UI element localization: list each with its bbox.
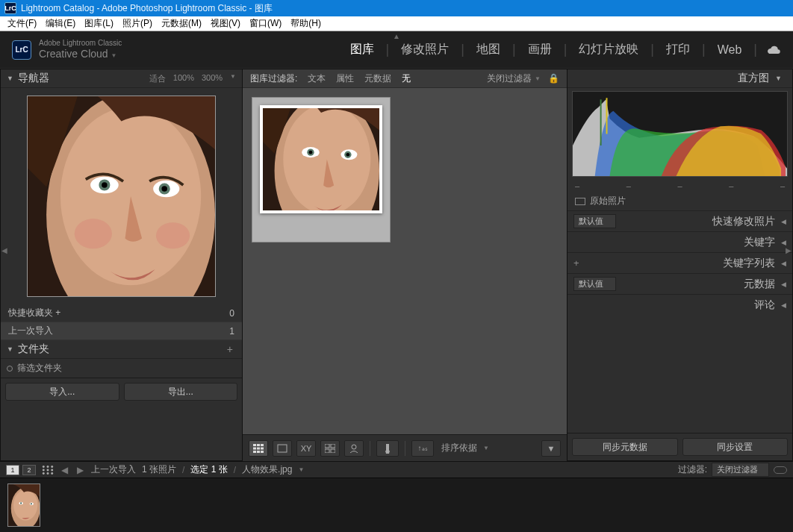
painter-tool-button[interactable]	[376, 440, 399, 457]
library-filter-bar: 图库过滤器: 文本 属性 元数据 无 关闭过滤器 ▼ 🔒	[243, 69, 567, 88]
filter-none[interactable]: 无	[402, 72, 411, 85]
nav-forward-icon[interactable]: ▶	[75, 465, 85, 475]
menu-file[interactable]: 文件(F)	[3, 16, 41, 31]
svg-point-42	[43, 472, 45, 475]
filter-metadata[interactable]: 元数据	[364, 72, 391, 85]
svg-point-37	[47, 465, 49, 467]
compare-view-button[interactable]: XY	[296, 440, 316, 457]
toolbar-menu-icon[interactable]: ▼	[541, 440, 561, 457]
survey-view-button[interactable]	[320, 440, 340, 457]
quick-collection-row[interactable]: 快捷收藏夹 + 0	[1, 304, 242, 322]
grid-view-button[interactable]	[249, 440, 268, 457]
grid-view[interactable]	[243, 88, 567, 434]
navigator-header[interactable]: ▼ 导航器 适合 100% 300% ▼	[1, 69, 242, 88]
photo-thumbnail[interactable]	[252, 97, 391, 242]
module-print[interactable]: 打印	[656, 42, 700, 57]
zoom-more-icon[interactable]: ▼	[230, 73, 236, 84]
zoom-100[interactable]: 100%	[173, 73, 194, 84]
keyword-list-header[interactable]: + 关键字列表 ◀	[567, 252, 792, 273]
menu-bar: 文件(F) 编辑(E) 图库(L) 照片(P) 元数据(M) 视图(V) 窗口(…	[0, 16, 793, 31]
fs-filter-dropdown[interactable]: 关闭过滤器	[712, 463, 769, 477]
filmstrip-thumbnail[interactable]	[7, 484, 40, 527]
navigator-preview[interactable]	[1, 88, 242, 304]
jump-grid-icon[interactable]	[42, 465, 54, 475]
folders-title: 文件夹	[18, 342, 49, 356]
collapse-right-icon[interactable]: ▶	[786, 246, 792, 254]
menu-metadata[interactable]: 元数据(M)	[157, 16, 206, 31]
chevron-down-icon[interactable]: ▼	[535, 75, 541, 82]
menu-help[interactable]: 帮助(H)	[286, 16, 326, 31]
add-keyword-icon[interactable]: +	[573, 257, 579, 269]
svg-rect-24	[257, 447, 260, 449]
center-area: 图库过滤器: 文本 属性 元数据 无 关闭过滤器 ▼ 🔒	[243, 69, 567, 461]
chevron-down-icon[interactable]: ▼	[483, 445, 489, 451]
menu-photo[interactable]: 照片(P)	[118, 16, 157, 31]
lock-icon[interactable]: 🔒	[548, 73, 559, 84]
people-view-button[interactable]	[344, 440, 364, 457]
svg-point-43	[47, 472, 49, 475]
histogram[interactable]	[572, 91, 788, 177]
collapse-top-icon[interactable]: ▲	[393, 32, 400, 40]
chevron-down-icon: ▼	[7, 345, 13, 353]
collapse-left-icon[interactable]: ◀	[1, 246, 7, 254]
svg-rect-30	[325, 444, 329, 448]
close-filter-button[interactable]: 关闭过滤器	[487, 72, 532, 85]
svg-rect-22	[261, 444, 264, 446]
folder-filter-row[interactable]: 筛选文件夹	[1, 359, 242, 378]
chevron-down-icon: ▼	[7, 75, 13, 82]
chevron-down-icon[interactable]: ▼	[298, 466, 304, 473]
preset-dropdown[interactable]: 默认值	[573, 214, 616, 228]
filter-text[interactable]: 文本	[308, 72, 326, 85]
module-book[interactable]: 画册	[517, 42, 562, 57]
loupe-view-button[interactable]	[273, 440, 292, 457]
histogram-title: 直方图	[738, 72, 769, 85]
filter-attribute[interactable]: 属性	[336, 72, 354, 85]
menu-view[interactable]: 视图(V)	[206, 16, 245, 31]
chevron-left-icon: ◀	[781, 301, 786, 309]
module-map[interactable]: 地图	[466, 42, 511, 57]
brand-line2: Creative Cloud▼	[39, 48, 122, 60]
sync-settings-button[interactable]: 同步设置	[682, 438, 789, 456]
filmstrip-info-bar: 1 2 ◀ ▶ 上一次导入 1 张照片 / 选定 1 张 / 人物效果.jpg …	[0, 461, 793, 478]
nav-back-icon[interactable]: ◀	[60, 465, 69, 475]
center-toolbar: XY ↑ₐₛ 排序依据 ▼ ▼	[243, 434, 567, 461]
sync-metadata-button[interactable]: 同步元数据	[572, 438, 678, 456]
module-library[interactable]: 图库	[340, 42, 385, 57]
main-window-button[interactable]: 1	[6, 465, 19, 475]
second-window-button[interactable]: 2	[22, 465, 36, 475]
filter-switch-icon[interactable]	[774, 466, 787, 474]
menu-library[interactable]: 图库(L)	[80, 16, 118, 31]
menu-window[interactable]: 窗口(W)	[245, 16, 286, 31]
add-folder-icon[interactable]: +	[224, 343, 236, 355]
menu-edit[interactable]: 编辑(E)	[41, 16, 80, 31]
rect-icon	[575, 198, 585, 205]
previous-import-row[interactable]: 上一次导入 1	[1, 322, 242, 340]
quick-develop-header[interactable]: 默认值 快速修改照片 ◀	[567, 210, 792, 231]
sort-direction-button[interactable]: ↑ₐₛ	[411, 440, 434, 457]
histogram-header[interactable]: 直方图 ▼	[567, 69, 792, 88]
original-photo-row[interactable]: 原始照片	[567, 192, 792, 210]
comments-header[interactable]: 评论 ◀	[567, 294, 792, 315]
svg-rect-27	[257, 451, 260, 453]
sort-label[interactable]: 排序依据	[441, 442, 477, 454]
module-slideshow[interactable]: 幻灯片放映	[568, 42, 649, 57]
module-web[interactable]: Web	[707, 43, 753, 57]
module-develop[interactable]: 修改照片	[391, 42, 459, 57]
filmstrip[interactable]	[0, 478, 793, 532]
module-picker: 图库| 修改照片| 地图| 画册| 幻灯片放映| 打印| Web|	[122, 42, 781, 57]
import-button[interactable]: 导入...	[5, 383, 119, 401]
svg-rect-28	[261, 451, 264, 453]
folders-header[interactable]: ▼ 文件夹 +	[1, 340, 242, 359]
svg-point-38	[51, 465, 53, 467]
fs-folder[interactable]: 上一次导入	[91, 463, 136, 476]
keywords-header[interactable]: 关键字 ◀	[567, 231, 792, 252]
cloud-sync-icon[interactable]	[766, 45, 781, 55]
metadata-header[interactable]: 默认值 元数据 ◀	[567, 273, 792, 294]
export-button[interactable]: 导出...	[124, 383, 238, 401]
screen-indicators: 1 2	[6, 465, 36, 475]
svg-point-10	[156, 222, 190, 248]
metadata-set-dropdown[interactable]: 默认值	[573, 277, 616, 291]
zoom-fit[interactable]: 适合	[149, 73, 166, 84]
quick-collection-count: 0	[229, 308, 234, 319]
zoom-300[interactable]: 300%	[202, 73, 223, 84]
